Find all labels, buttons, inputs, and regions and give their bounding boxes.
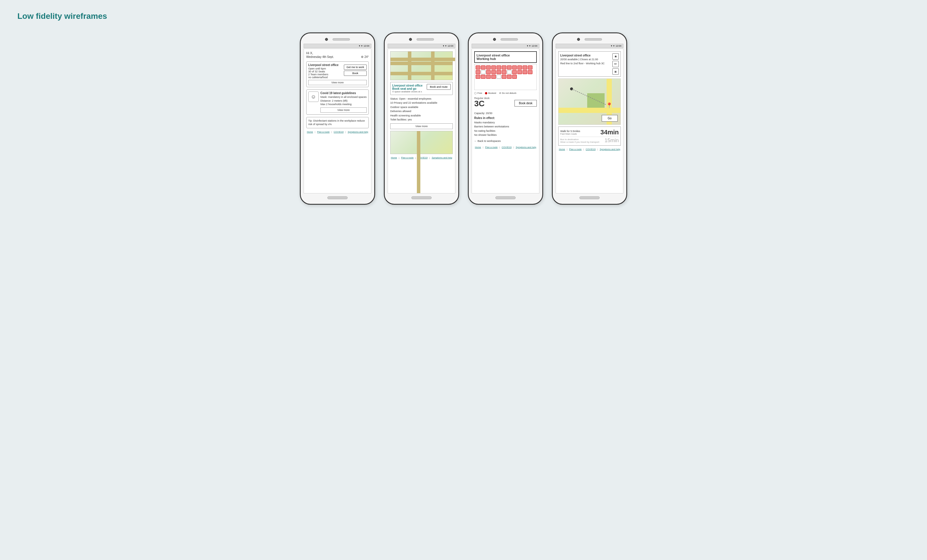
s2-outdoor: Outdoor space available: [390, 105, 453, 109]
s4-bus-note: Wear a mask if you travel by transport: [560, 141, 599, 143]
seat-23[interactable]: [476, 75, 480, 79]
s3-desk-info: Regular desk 3C: [474, 97, 489, 108]
s1-office-header-row: Liverpool street office Open until 6pm 3…: [308, 64, 367, 79]
seat-15[interactable]: [491, 70, 496, 74]
seat-22[interactable]: [528, 70, 532, 74]
seat-6[interactable]: [502, 65, 506, 70]
seat-17[interactable]: [502, 70, 506, 74]
book-and-route-button[interactable]: Book and route: [427, 84, 451, 90]
view-more-office-button[interactable]: View more: [308, 80, 367, 85]
phone-1-home-btn[interactable]: [327, 196, 348, 199]
seat-14[interactable]: [486, 70, 491, 74]
view-more-covid-button[interactable]: View more: [321, 108, 367, 112]
star-button[interactable]: ★: [612, 53, 619, 60]
back-to-workspaces-button[interactable]: ← Back to workspaces: [474, 140, 537, 143]
dnd-label: Do not disturb: [502, 92, 517, 94]
seat-30[interactable]: [512, 75, 517, 79]
nav-plan-2[interactable]: Plan a route: [401, 156, 414, 159]
seat-13[interactable]: [481, 70, 486, 74]
s1-weather: ⚙ 24°: [361, 55, 369, 59]
seat-16[interactable]: [497, 70, 501, 74]
qr-button[interactable]: ▦: [612, 68, 619, 75]
s1-office-hours: Open until 6pm: [308, 67, 338, 70]
book-button-1[interactable]: Book: [344, 71, 367, 76]
s2-view-more-button[interactable]: View more: [390, 123, 453, 129]
seat-10[interactable]: [523, 65, 527, 70]
s3-rules-title: Rules in effect:: [474, 117, 537, 120]
seat-1[interactable]: [476, 65, 480, 70]
phone-3-top: [472, 38, 539, 41]
seat-26[interactable]: [491, 75, 496, 79]
seat-19[interactable]: [512, 70, 517, 74]
seat-8[interactable]: [512, 65, 517, 70]
seat-12[interactable]: [476, 70, 480, 74]
nav-home-4[interactable]: Home: [559, 148, 565, 150]
time-display-3: 12:04: [532, 45, 537, 47]
s4-walk-roads: Fast Main roads: [560, 133, 580, 135]
s4-walk-row: Walk for 5.5miles Fast Main roads 34min: [560, 129, 619, 136]
nav-symptoms-3[interactable]: Symptoms and help: [516, 146, 536, 149]
nav-plan-1[interactable]: Plan a route: [317, 131, 330, 133]
seat-21[interactable]: [523, 70, 527, 74]
seat-29[interactable]: [507, 75, 512, 79]
s4-walk-time: 34min: [600, 129, 619, 136]
seat-4[interactable]: [491, 65, 496, 70]
s1-covid-title: Covid 19 latest guidelines: [321, 91, 367, 95]
edit-button[interactable]: ✏: [612, 61, 619, 67]
s3-header: Liverpool street office Working hub: [474, 51, 537, 63]
time-display-2: 12:04: [448, 45, 453, 47]
nav-plan-4[interactable]: Plan a route: [569, 148, 582, 150]
s1-mask-rule: Mask: mandatory in all enclosed spaces: [321, 95, 367, 99]
seat-18[interactable]: [507, 70, 512, 74]
seat-5[interactable]: [497, 65, 501, 70]
seat-20[interactable]: [517, 70, 522, 74]
wifi-icon-2: ▾: [443, 45, 444, 47]
nav-covid19-3[interactable]: COVID19: [502, 146, 512, 149]
seat-27[interactable]: [497, 75, 501, 79]
seat-28[interactable]: [502, 75, 506, 79]
nav-plan-3[interactable]: Plan a route: [485, 146, 498, 149]
seat-24[interactable]: [481, 75, 486, 79]
s1-covid-info: Covid 19 latest guidelines Mask: mandato…: [321, 91, 367, 112]
phones-container: ▾ ▾ 12:04 Hi X, Wednesday 4th Sept. ⚙ 24…: [17, 32, 910, 205]
phone-4: ▾ ▾ 12:04 Liverpool street office 20/30 …: [552, 32, 627, 205]
nav-symptoms-2[interactable]: Symptoms and help: [432, 156, 452, 159]
booked-label: Booked: [488, 92, 496, 94]
phone-2-top: [388, 38, 455, 41]
seat-2[interactable]: [481, 65, 486, 70]
s4-bus-time: 15min: [605, 138, 619, 144]
wifi-icon-3: ▾: [527, 45, 528, 47]
nav-home-3[interactable]: Home: [475, 146, 481, 149]
go-button[interactable]: Go: [602, 115, 618, 121]
nav-symptoms-1[interactable]: Symptoms and help: [348, 131, 368, 133]
phone-3-home-btn[interactable]: [495, 196, 516, 199]
avatar: ☺: [308, 91, 319, 102]
seat-3[interactable]: [486, 65, 491, 70]
s1-temp: 24°: [365, 55, 369, 59]
s2-map-bottom: [390, 131, 453, 154]
book-desk-button[interactable]: Book desk: [515, 100, 537, 106]
free-dot: [474, 92, 477, 94]
nav-covid19-4[interactable]: COVID19: [586, 148, 596, 150]
get-me-to-work-button[interactable]: Get me to work: [344, 65, 367, 70]
phone-4-home-btn[interactable]: [579, 196, 600, 199]
s2-deliveries: Deliveries allowed: [390, 109, 453, 113]
legend-booked: Booked: [485, 92, 496, 94]
s1-max-rule: Max 2 households meeting: [321, 103, 367, 106]
rule-2: Barriers between workstations: [474, 124, 537, 129]
seat-9[interactable]: [517, 65, 522, 70]
seat-11[interactable]: [528, 65, 532, 70]
phone-2-home-btn[interactable]: [411, 196, 432, 199]
phone-2: ▾ ▾ 12:04 Liverpool street office: [384, 32, 459, 205]
s1-covid-inner: ☺ Covid 19 latest guidelines Mask: manda…: [308, 91, 367, 112]
seat-25[interactable]: [486, 75, 491, 79]
nav-home-2[interactable]: Home: [391, 156, 397, 159]
nav-symptoms-4[interactable]: Symptoms and help: [600, 148, 620, 150]
phone-2-camera: [409, 38, 412, 41]
seat-7[interactable]: [507, 65, 512, 70]
nav-home-1[interactable]: Home: [307, 131, 313, 133]
s4-map: 📍 Go: [558, 79, 621, 125]
free-label: Free: [477, 92, 482, 94]
nav-covid19-1[interactable]: COVID19: [334, 131, 343, 133]
s3-hub-name: Working hub: [477, 57, 535, 61]
